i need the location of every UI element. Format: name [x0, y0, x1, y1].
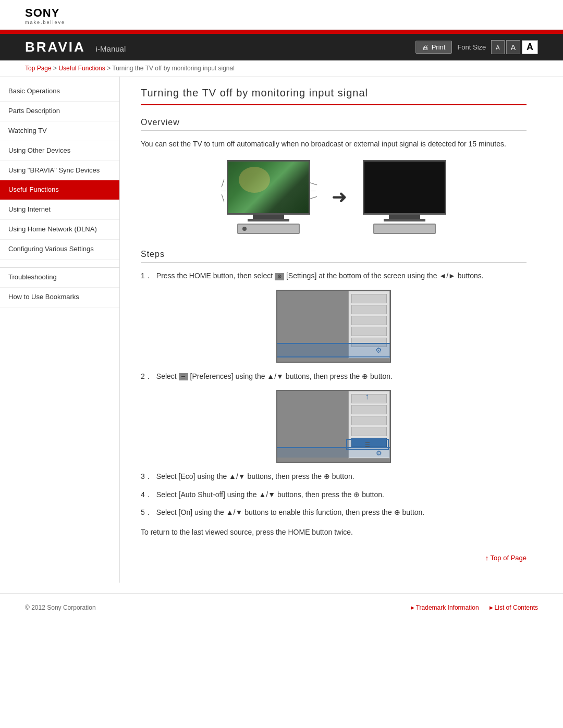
- step-1-num: 1．: [141, 270, 152, 281]
- main-layout: Basic Operations Parts Description Watch…: [0, 77, 563, 583]
- tv-stand-off: [389, 215, 420, 219]
- tv-screen-on: [227, 160, 310, 215]
- step-4: 4． Select [Auto Shut-off] using the ▲/▼ …: [141, 489, 527, 500]
- top-of-page-anchor[interactable]: Top of Page: [485, 554, 527, 562]
- nav-bar-2: ⚙: [277, 447, 390, 458]
- step-2-num: 2．: [141, 371, 152, 382]
- page-title: Turning the TV off by monitoring input s…: [141, 87, 527, 105]
- step-5-num: 5．: [141, 507, 152, 518]
- menu-screenshot-1: ⚙: [276, 290, 391, 363]
- sidebar-item-bookmarks[interactable]: How to Use Bookmarks: [0, 288, 119, 307]
- steps-heading: Steps: [141, 250, 527, 263]
- font-medium-button[interactable]: A: [506, 40, 520, 54]
- source-indicator: [242, 227, 247, 231]
- settings-icon: ⚙: [275, 273, 284, 280]
- settings-nav-icon: ⚙: [375, 346, 382, 354]
- sony-header: SONY make.believe: [0, 0, 563, 30]
- list-of-contents-link[interactable]: List of Contents: [489, 604, 538, 611]
- bravia-header: BRAVIA i-Manual 🖨 Print Font Size A A A: [0, 34, 563, 60]
- sidebar-item-bravia-sync[interactable]: Using "BRAVIA" Sync Devices: [0, 161, 119, 181]
- nav-bar: ⚙: [277, 343, 390, 357]
- menu-row-4: [351, 327, 387, 336]
- sidebar-spacer: [0, 260, 119, 268]
- step-4-num: 4．: [141, 489, 152, 500]
- tv-on-with-device: ╲ ─ ╱ ╲: [221, 160, 315, 234]
- manual-label: i-Manual: [96, 44, 126, 53]
- sidebar-item-parts-description[interactable]: Parts Description: [0, 102, 119, 121]
- nav-underline: [283, 356, 346, 357]
- step-3-text: Select [Eco] using the ▲/▼ buttons, then…: [156, 471, 354, 482]
- return-text: To return to the last viewed source, pre…: [141, 526, 527, 538]
- step-2: 2． Select ☰ [Preferences] using the ▲/▼ …: [141, 371, 527, 382]
- red-bar: [0, 30, 563, 34]
- sidebar-item-home-network[interactable]: Using Home Network (DLNA): [0, 220, 119, 240]
- breadcrumb-sep1: >: [53, 65, 58, 72]
- breadcrumb-top-page[interactable]: Top Page: [25, 65, 52, 72]
- breadcrumb-sep2: >: [107, 65, 112, 72]
- settings-nav-icon-2: ⚙: [376, 449, 382, 457]
- transition-arrow: ➜: [332, 186, 347, 208]
- arrow-r: ─: [311, 187, 316, 194]
- tv-base-on: [248, 219, 289, 221]
- steps-section: 1． Press the HOME button, then select ⚙ …: [141, 270, 527, 518]
- font-large-button[interactable]: A: [522, 40, 538, 54]
- source-device-off: [373, 224, 436, 234]
- bravia-title: BRAVIA i-Manual: [25, 39, 126, 55]
- tv-illustration: ╲ ─ ╱ ╲: [141, 160, 527, 234]
- step-5-text: Select [On] using the ▲/▼ buttons to ena…: [156, 507, 424, 518]
- tv-stand-on: [253, 215, 284, 219]
- breadcrumb: Top Page > Useful Functions > Turning th…: [0, 60, 563, 77]
- sidebar-item-configuring-settings[interactable]: Configuring Various Settings: [0, 240, 119, 260]
- overview-heading: Overview: [141, 118, 527, 131]
- right-signal-arrows: ╲ ─ ╱: [311, 180, 316, 202]
- menu2-row-1: [351, 394, 387, 403]
- menu2-row-2: [351, 405, 387, 414]
- step-2-text: Select ☰ [Preferences] using the ▲/▼ but…: [156, 371, 393, 382]
- sidebar-item-watching-tv[interactable]: Watching TV: [0, 121, 119, 141]
- main-content: Turning the TV off by monitoring input s…: [120, 77, 547, 583]
- step-1: 1． Press the HOME button, then select ⚙ …: [141, 270, 527, 281]
- prefs-icon: ☰: [179, 373, 188, 380]
- font-size-controls: A A A: [491, 40, 538, 54]
- bravia-logo: BRAVIA: [25, 39, 85, 55]
- sidebar-item-using-other-devices[interactable]: Using Other Devices: [0, 141, 119, 161]
- up-arrow-indicator: ↑: [365, 392, 369, 401]
- arrow-tr: ╲: [309, 179, 317, 188]
- header-controls: 🖨 Print Font Size A A A: [415, 40, 538, 54]
- tv-off-box: [363, 160, 446, 221]
- menu2-row-4: [351, 427, 387, 436]
- sidebar-item-troubleshooting[interactable]: Troubleshooting: [0, 268, 119, 288]
- sidebar-item-using-internet[interactable]: Using Internet: [0, 200, 119, 220]
- breadcrumb-useful-functions[interactable]: Useful Functions: [58, 65, 105, 72]
- step-1-text: Press the HOME button, then select ⚙ [Se…: [156, 270, 484, 281]
- menu-row-2: [351, 305, 387, 314]
- top-of-page-link[interactable]: Top of Page: [141, 554, 527, 562]
- font-size-label: Font Size: [457, 43, 486, 51]
- step-5: 5． Select [On] using the ▲/▼ buttons to …: [141, 507, 527, 518]
- footer: © 2012 Sony Corporation Trademark Inform…: [0, 593, 563, 622]
- step-4-text: Select [Auto Shut-off] using the ▲/▼ but…: [156, 489, 384, 500]
- tv-off-group: [363, 160, 446, 234]
- left-signal-arrows: ╲ ─ ╱: [221, 180, 226, 202]
- print-button[interactable]: 🖨 Print: [415, 41, 452, 54]
- sidebar-item-useful-functions[interactable]: Useful Functions: [0, 180, 119, 200]
- step-3: 3． Select [Eco] using the ▲/▼ buttons, t…: [141, 471, 527, 482]
- sony-logo: SONY: [25, 6, 538, 20]
- font-small-button[interactable]: A: [491, 40, 504, 54]
- copyright: © 2012 Sony Corporation: [25, 604, 96, 611]
- tv-on-group: ╲ ─ ╱ ╲: [221, 160, 315, 234]
- breadcrumb-current: Turning the TV off by monitoring input s…: [112, 65, 235, 72]
- arrow-br: ╱: [309, 194, 317, 202]
- tv-on-row: ╲ ─ ╱ ╲: [221, 160, 315, 221]
- sidebar-item-basic-operations[interactable]: Basic Operations: [0, 82, 119, 102]
- source-device-on: [237, 224, 300, 234]
- tv-on-box: [227, 160, 310, 221]
- trademark-link[interactable]: Trademark Information: [411, 604, 479, 611]
- print-icon: 🖨: [422, 43, 429, 51]
- menu-screenshot-2: ☰ ↑ ⚙: [276, 390, 391, 463]
- step-3-num: 3．: [141, 471, 152, 482]
- tv-base-off: [384, 219, 425, 221]
- tv-screen-off: [363, 160, 446, 215]
- screen-content: [228, 162, 309, 213]
- sony-tagline: make.believe: [25, 20, 538, 25]
